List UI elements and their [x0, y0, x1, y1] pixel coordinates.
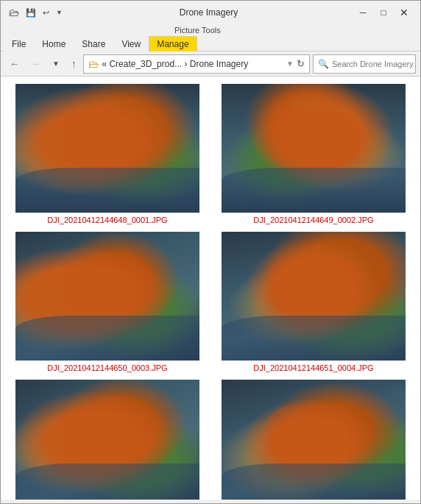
thumbnail-image	[222, 232, 406, 361]
address-chevron: ▼	[286, 60, 294, 68]
list-item[interactable]: DJI_20210412144652_0005.JPG	[8, 380, 207, 500]
thumbnail-image	[15, 84, 199, 213]
undo-icon[interactable]: ↩	[40, 7, 52, 19]
maximize-button[interactable]: □	[373, 2, 394, 23]
list-item[interactable]: DJI_20210412144651_0004.JPG	[214, 232, 413, 372]
list-item[interactable]: DJI_20210412144653_0006.JPG	[214, 380, 413, 500]
back-button[interactable]: ←	[5, 55, 24, 72]
title-bar: 🗁 💾 ↩ ▼ Drone Imagery ─ □ ✕	[1, 1, 420, 24]
thumbnail-image	[15, 380, 199, 500]
refresh-button[interactable]: ↻	[297, 58, 305, 69]
up-button[interactable]: ↑	[67, 55, 81, 72]
forward-button[interactable]: →	[26, 55, 45, 72]
search-input[interactable]	[332, 60, 421, 68]
list-item[interactable]: DJI_20210412144650_0003.JPG	[8, 232, 207, 372]
thumbnail-image	[222, 380, 406, 500]
minimize-button[interactable]: ─	[353, 2, 373, 23]
tab-file[interactable]: File	[4, 36, 34, 52]
thumbnail-image	[15, 232, 199, 361]
dropdown-icon[interactable]: ▼	[54, 7, 65, 18]
tab-view[interactable]: View	[113, 36, 149, 52]
close-button[interactable]: ✕	[394, 2, 414, 23]
save-icon[interactable]: 💾	[24, 7, 38, 19]
file-grid: DJI_20210412144648_0001.JPG DJI_20210412…	[1, 77, 420, 500]
list-item[interactable]: DJI_20210412144649_0002.JPG	[214, 84, 413, 224]
tab-share[interactable]: Share	[74, 36, 113, 52]
tab-home[interactable]: Home	[34, 36, 74, 52]
window-title: Drone Imagery	[65, 7, 353, 18]
address-folder-icon: 🗁	[88, 58, 99, 70]
file-label: DJI_20210412144648_0001.JPG	[47, 216, 167, 224]
address-breadcrumb: « Create_3D_prod... › Drone Imagery	[102, 59, 283, 69]
search-icon: 🔍	[318, 59, 329, 69]
ribbon-tabs: File Home Share View Manage	[1, 35, 420, 51]
search-bar[interactable]: 🔍	[313, 54, 416, 74]
recent-button[interactable]: ▼	[48, 57, 64, 71]
file-label: DJI_20210412144651_0004.JPG	[253, 363, 373, 372]
picture-tools-label: Picture Tools	[174, 26, 221, 35]
file-label: DJI_20210412144649_0002.JPG	[253, 216, 373, 224]
title-bar-quick-access: 🗁 💾 ↩ ▼	[7, 5, 65, 20]
file-label: DJI_20210412144650_0003.JPG	[47, 363, 167, 372]
window-controls[interactable]: ─ □ ✕	[353, 2, 414, 23]
list-item[interactable]: DJI_20210412144648_0001.JPG	[8, 84, 207, 224]
thumbnail-image	[222, 84, 406, 213]
address-bar[interactable]: 🗁 « Create_3D_prod... › Drone Imagery ▼ …	[83, 54, 310, 74]
picture-tools-tab-header: Picture Tools	[1, 24, 420, 35]
tab-manage[interactable]: Manage	[149, 36, 197, 52]
folder-icon: 🗁	[7, 5, 21, 20]
toolbar: ← → ▼ ↑ 🗁 « Create_3D_prod... › Drone Im…	[1, 52, 420, 77]
